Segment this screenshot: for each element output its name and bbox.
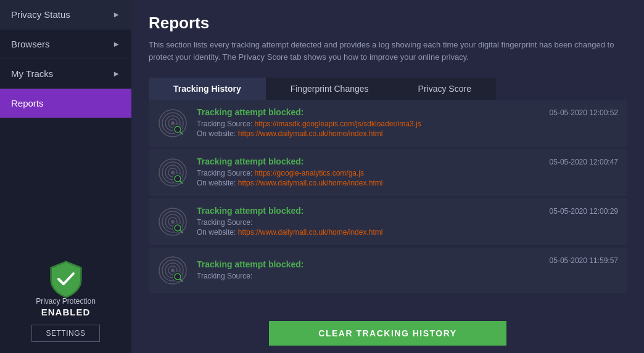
privacy-protection-label: Privacy Protection <box>36 297 96 306</box>
track-source-line: Tracking Source: https://imasdk.googleap… <box>197 120 541 128</box>
tracking-item: Tracking attempt blocked:Tracking Source… <box>149 100 627 147</box>
sidebar-item-label: Browsers <box>11 39 50 49</box>
clear-bar: CLEAR TRACKING HISTORY <box>131 314 644 353</box>
track-title: Tracking attempt blocked: <box>197 107 541 117</box>
svg-point-28 <box>171 269 175 272</box>
fingerprint-icon <box>157 206 188 237</box>
tracking-item: Tracking attempt blocked:Tracking Source… <box>149 248 627 293</box>
track-title: Tracking attempt blocked: <box>197 156 541 166</box>
website-url-link[interactable]: https://www.dailymail.co.uk/home/index.h… <box>238 129 383 138</box>
chevron-right-icon: ► <box>112 69 120 78</box>
sidebar-item-my-tracks[interactable]: My Tracks ► <box>0 59 131 89</box>
track-source-line: Tracking Source: <box>197 218 541 227</box>
sidebar-item-label: Reports <box>11 98 44 108</box>
shield-icon <box>49 260 83 293</box>
fingerprint-icon <box>157 108 188 139</box>
svg-point-20 <box>171 220 175 224</box>
page-description: This section lists every tracking attemp… <box>149 39 627 63</box>
main-content: Reports This section lists every trackin… <box>131 0 644 353</box>
source-url-link[interactable]: https://imasdk.googleapis.com/js/sdkload… <box>255 120 421 128</box>
track-website-line: On website: https://www.dailymail.co.uk/… <box>197 129 541 138</box>
track-source-line: Tracking Source: <box>197 272 541 280</box>
sidebar-item-label: My Tracks <box>11 68 53 79</box>
track-website-line: On website: https://www.dailymail.co.uk/… <box>197 228 541 237</box>
fingerprint-icon <box>157 255 188 286</box>
tracking-history-list: Tracking attempt blocked:Tracking Source… <box>131 100 644 314</box>
svg-point-12 <box>171 171 175 174</box>
track-content: Tracking attempt blocked:Tracking Source… <box>197 156 541 189</box>
sidebar-item-label: Privacy Status <box>11 9 70 20</box>
privacy-status-value: ENABLED <box>41 307 91 317</box>
tracking-item: Tracking attempt blocked:Tracking Source… <box>149 149 627 196</box>
main-header: Reports This section lists every trackin… <box>131 0 644 69</box>
clear-tracking-history-button[interactable]: CLEAR TRACKING HISTORY <box>269 321 506 346</box>
tab-privacy-score[interactable]: Privacy Score <box>394 78 496 100</box>
settings-button[interactable]: SETTINGS <box>31 325 99 342</box>
svg-point-4 <box>171 121 175 125</box>
sidebar: Privacy Status ► Browsers ► My Tracks ► … <box>0 0 131 353</box>
track-website-line: On website: https://www.dailymail.co.uk/… <box>197 179 541 187</box>
tracking-item: Tracking attempt blocked:Tracking Source… <box>149 198 627 245</box>
fingerprint-icon <box>157 157 188 188</box>
page-title: Reports <box>149 14 627 33</box>
track-timestamp: 05-05-2020 11:59:57 <box>550 255 618 265</box>
sidebar-bottom: Privacy Protection ENABLED SETTINGS <box>0 260 131 353</box>
tabs-bar: Tracking History Fingerprint Changes Pri… <box>149 78 644 100</box>
track-content: Tracking attempt blocked:Tracking Source… <box>197 259 541 282</box>
tab-fingerprint-changes[interactable]: Fingerprint Changes <box>266 78 394 100</box>
track-timestamp: 05-05-2020 12:00:29 <box>550 206 618 216</box>
sidebar-item-reports[interactable]: Reports <box>0 89 131 118</box>
source-url-link[interactable]: https://google-analytics.com/ga.js <box>255 169 364 177</box>
track-title: Tracking attempt blocked: <box>197 206 541 216</box>
track-title: Tracking attempt blocked: <box>197 259 541 269</box>
track-source-line: Tracking Source: https://google-analytic… <box>197 169 541 177</box>
chevron-right-icon: ► <box>112 39 120 49</box>
track-content: Tracking attempt blocked:Tracking Source… <box>197 206 541 238</box>
track-content: Tracking attempt blocked:Tracking Source… <box>197 107 541 139</box>
sidebar-item-privacy-status[interactable]: Privacy Status ► <box>0 0 131 30</box>
website-url-link[interactable]: https://www.dailymail.co.uk/home/index.h… <box>238 228 383 237</box>
chevron-right-icon: ► <box>112 10 120 19</box>
tab-tracking-history[interactable]: Tracking History <box>149 78 266 100</box>
sidebar-item-browsers[interactable]: Browsers ► <box>0 30 131 59</box>
track-timestamp: 05-05-2020 12:00:52 <box>550 107 618 117</box>
track-timestamp: 05-05-2020 12:00:47 <box>550 156 618 166</box>
website-url-link[interactable]: https://www.dailymail.co.uk/home/index.h… <box>238 179 383 187</box>
